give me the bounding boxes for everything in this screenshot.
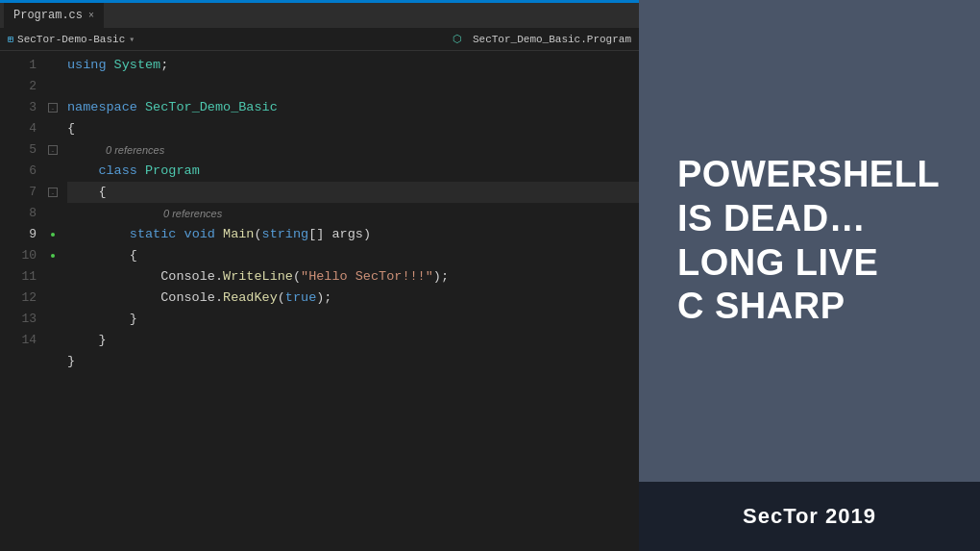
indicator-5: - <box>46 139 60 161</box>
indicator-4 <box>46 118 60 139</box>
indicator-7: - <box>46 182 60 203</box>
brace-close-3: } <box>67 351 75 372</box>
indicator-13 <box>46 309 60 330</box>
brace-open-1: { <box>67 118 75 139</box>
class-icon: ⬡ <box>453 34 462 45</box>
code-line-14 <box>67 372 639 393</box>
kw-namespace: namespace <box>67 97 137 118</box>
method-params-start: ( <box>254 224 261 245</box>
active-tab[interactable]: Program.cs × <box>4 3 104 28</box>
line-num-8: 8 <box>0 203 37 224</box>
indicator-2 <box>46 76 60 97</box>
line-num-11: 11 <box>0 266 37 288</box>
line-num-10: 10 <box>0 245 37 266</box>
breadcrumb-bar: ⊞ SecTor-Demo-Basic ▾ ⬡ SecTor_Demo_Basi… <box>0 28 639 51</box>
code-line-13: } <box>67 351 639 372</box>
readkey-end: ); <box>316 288 331 309</box>
line-num-6: 6 <box>0 161 37 182</box>
tab-close-button[interactable]: × <box>88 11 94 21</box>
readkey: ReadKey <box>223 288 278 309</box>
writeline-end: ); <box>433 266 449 288</box>
code-area: 1 2 3 4 5 6 7 8 9 10 11 12 13 14 - <box>0 51 639 551</box>
project-icon: ⊞ <box>8 34 13 45</box>
breadcrumb-chevron: ▾ <box>129 34 135 45</box>
code-content[interactable]: using System ; namespace SecTor_Demo_Bas… <box>60 51 639 551</box>
line-num-13: 13 <box>0 309 37 330</box>
indicator-9 <box>46 224 60 245</box>
left-indicators: - - - <box>46 51 60 551</box>
kw-static: static <box>130 224 177 245</box>
line-num-14: 14 <box>0 330 37 351</box>
code-line-7: static void Main ( string [] args) <box>67 224 639 245</box>
code-line-8: { <box>67 245 639 266</box>
line-num-4: 4 <box>0 118 37 139</box>
title-content: POWERSHELL IS DEAD… LONG LIVE C SHARP <box>639 0 980 482</box>
method-params: [] args) <box>308 224 371 245</box>
collapse-class[interactable]: - <box>48 145 58 155</box>
readkey-paren: ( <box>278 288 285 309</box>
indicator-10 <box>46 245 60 266</box>
code-line-6: { <box>67 182 639 203</box>
bool-true: true <box>285 288 316 309</box>
line-num-3: 3 <box>0 97 37 118</box>
hello-string: "Hello SecTor!!!" <box>301 266 433 288</box>
line-num-9: 9 <box>0 224 37 245</box>
console-2: Console. <box>160 288 223 309</box>
code-line-10: Console. ReadKey ( true ); <box>67 288 639 309</box>
kw-system: System <box>107 55 161 76</box>
hint-0-references-method: 0 references <box>163 203 639 224</box>
class-name: Program <box>137 161 200 182</box>
footer-bar: SecTor 2019 <box>639 482 980 551</box>
title-line-3: LONG LIVE <box>677 242 878 283</box>
hint-0-references-class: 0 references <box>106 139 639 161</box>
slide-title: POWERSHELL IS DEAD… LONG LIVE C SHARP <box>677 153 940 328</box>
title-panel: POWERSHELL IS DEAD… LONG LIVE C SHARP Se… <box>639 0 980 551</box>
indicator-8 <box>46 203 60 224</box>
collapse-namespace[interactable]: - <box>48 103 58 113</box>
code-line-12: } <box>67 330 639 351</box>
indicator-12 <box>46 288 60 309</box>
title-line-4: C SHARP <box>677 286 845 326</box>
brace-open-3: { <box>130 245 137 266</box>
indicator-1 <box>46 55 60 76</box>
line-num-2: 2 <box>0 76 37 97</box>
title-line-1: POWERSHELL <box>677 154 940 194</box>
tab-bar: Program.cs × <box>0 3 639 28</box>
writeline: WriteLine <box>223 266 293 288</box>
indicator-11 <box>46 266 60 288</box>
line-num-1: 1 <box>0 55 37 76</box>
breadcrumb-path: ⬡ SecTor_Demo_Basic.Program <box>453 33 631 45</box>
semicolon-1: ; <box>160 55 168 76</box>
brace-open-2: { <box>98 182 106 203</box>
breadcrumb-project: SecTor-Demo-Basic <box>17 34 125 45</box>
editor-panel: Program.cs × ⊞ SecTor-Demo-Basic ▾ ⬡ Sec… <box>0 0 639 551</box>
breakpoint-indicator-2 <box>51 254 55 258</box>
method-name: Main <box>223 224 254 245</box>
kw-void: void <box>184 224 215 245</box>
code-line-11: } <box>67 309 639 330</box>
code-line-5: class Program <box>67 161 639 182</box>
brace-close-1: } <box>130 309 137 330</box>
console-1: Console. <box>160 266 223 288</box>
code-line-2 <box>67 76 639 97</box>
footer-text: SecTor 2019 <box>743 504 876 529</box>
code-line-4: { <box>67 118 639 139</box>
indicator-3: - <box>46 97 60 118</box>
breadcrumb-left: ⊞ SecTor-Demo-Basic ▾ <box>8 34 453 45</box>
tab-filename: Program.cs <box>13 9 83 22</box>
kw-using: using <box>67 55 107 76</box>
code-line-3: namespace SecTor_Demo_Basic <box>67 97 639 118</box>
brace-close-2: } <box>98 330 106 351</box>
namespace-name: SecTor_Demo_Basic <box>137 97 278 118</box>
writeline-paren: ( <box>293 266 301 288</box>
breakpoint-indicator <box>51 233 55 237</box>
code-line-1: using System ; <box>67 55 639 76</box>
indicator-6 <box>46 161 60 182</box>
line-num-12: 12 <box>0 288 37 309</box>
line-numbers: 1 2 3 4 5 6 7 8 9 10 11 12 13 14 <box>0 51 46 551</box>
title-line-2: IS DEAD… <box>677 198 866 238</box>
indicator-14 <box>46 330 60 351</box>
collapse-method[interactable]: - <box>48 188 58 197</box>
kw-string: string <box>262 224 309 245</box>
line-num-5: 5 <box>0 139 37 161</box>
